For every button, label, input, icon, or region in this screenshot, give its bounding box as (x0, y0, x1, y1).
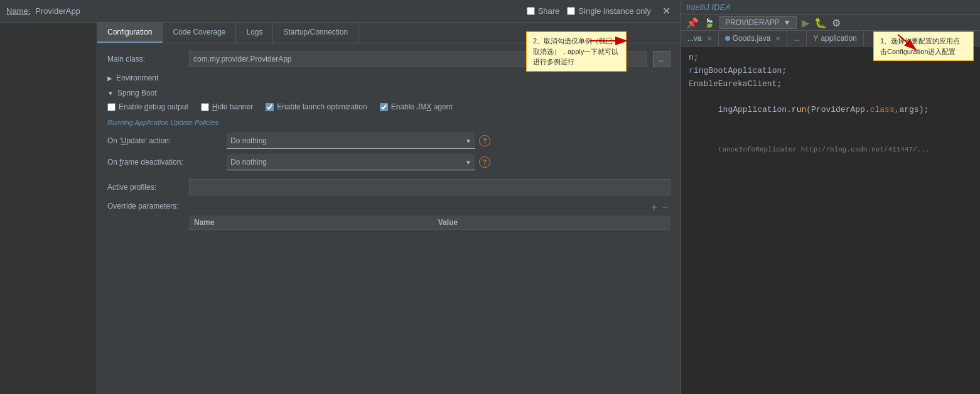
form-area: Main class: ... ▶ Environment ▼ Spring B… (97, 43, 681, 394)
enable-launch-optimization-item: Enable launch optimization (266, 102, 367, 111)
on-frame-label: On frame deactivation: (107, 158, 220, 167)
share-checkbox-row: Share (527, 6, 560, 16)
main-class-label: Main class: (107, 55, 183, 63)
share-checkbox[interactable] (527, 7, 535, 15)
editor-tab-0[interactable]: ...va ✕ (681, 31, 719, 46)
dialog-body: Configuration Code Coverage Logs Startup… (0, 23, 681, 394)
editor-tab-label-1: Goods.java (733, 34, 771, 43)
table-header-name: Name (189, 216, 433, 230)
main-class-row: Main class: ... (107, 51, 670, 67)
main-class-input[interactable] (189, 51, 647, 67)
on-update-select[interactable]: Do nothing Update classes and resources … (227, 133, 475, 149)
settings-icon[interactable]: ⚙ (832, 17, 841, 29)
code-line-8: ingApplication.run(ProviderApp.class,arg… (689, 90, 972, 129)
dialog-name-row: Name: ProviderApp (6, 6, 80, 16)
table-actions: + − (189, 202, 670, 213)
active-profiles-label: Active profiles: (107, 183, 183, 192)
code-line-1: n; (689, 52, 972, 65)
editor-tab-3[interactable]: Y application (807, 31, 863, 46)
hide-banner-label: Hide banner (212, 102, 253, 111)
dialog-sidebar (0, 23, 97, 394)
override-table: Name Value (189, 216, 670, 230)
dialog-title-right: Share Single instance only ✕ (527, 5, 674, 18)
tabs-bar: Configuration Code Coverage Logs Startup… (97, 23, 681, 43)
on-frame-help-icon[interactable]: ? (479, 156, 490, 168)
enable-debug-output-label: Enable debug output (119, 102, 188, 111)
on-frame-select[interactable]: Do nothing Update classes and resources … (227, 154, 475, 170)
on-update-label: On 'Update' action: (107, 136, 220, 145)
code-line-3: EnableEurekaClient; (689, 78, 972, 91)
editor-tab-2[interactable]: ... (787, 31, 807, 46)
close-button[interactable]: ✕ (659, 5, 674, 18)
editor-tabs: ...va ✕ Goods.java ✕ ... Y application (681, 31, 980, 47)
dialog-content: Configuration Code Coverage Logs Startup… (97, 23, 681, 394)
enable-jmx-agent-checkbox[interactable] (380, 103, 388, 111)
on-update-row: On 'Update' action: Do nothing Update cl… (107, 133, 670, 149)
spring-boot-label: Spring Boot (117, 89, 157, 97)
remove-param-button[interactable]: − (660, 202, 670, 213)
editor-tab-1[interactable]: Goods.java ✕ (719, 31, 788, 46)
tab-logs[interactable]: Logs (236, 23, 273, 43)
single-instance-row: Single instance only (567, 6, 651, 16)
on-frame-select-wrapper: Do nothing Update classes and resources … (227, 154, 475, 170)
code-line-12: tanceInfoReplicator http://blog.csdn.net… (689, 130, 972, 169)
editor-tab-close-0[interactable]: ✕ (707, 35, 712, 42)
yaml-icon: Y (813, 34, 818, 43)
spring-boot-arrow: ▼ (107, 90, 114, 97)
on-update-select-wrapper: Do nothing Update classes and resources … (227, 133, 475, 149)
active-profiles-input[interactable] (189, 179, 670, 195)
on-frame-select-container: Do nothing Update classes and resources … (227, 154, 490, 170)
code-area: n; ringBootApplication; EnableEurekaClie… (681, 47, 980, 394)
environment-arrow: ▶ (107, 75, 112, 82)
tab-configuration[interactable]: Configuration (97, 23, 163, 43)
hide-banner-checkbox[interactable] (201, 103, 209, 111)
editor-brand: IntelliJ IDEA (686, 3, 731, 12)
environment-label: Environment (116, 74, 158, 82)
enable-debug-output-checkbox[interactable] (107, 103, 116, 111)
run-config-name: PROVIDERAPP (725, 18, 780, 27)
enable-launch-optimization-label: Enable launch optimization (277, 102, 367, 111)
name-value: ProviderApp (35, 6, 80, 16)
override-params-label: Override parameters: (107, 202, 183, 211)
override-parameters-section: Override parameters: + − Name Valu (107, 202, 670, 230)
editor-tab-label-2: ... (794, 34, 800, 43)
enable-jmx-agent-label: Enable JMX agent (391, 102, 453, 111)
dialog-titlebar: Name: ProviderApp Share Single instance … (0, 0, 681, 23)
debug-button[interactable]: 🐛 (814, 17, 827, 29)
run-button[interactable]: ▶ (802, 17, 809, 29)
share-label: Share (538, 6, 560, 16)
run-toolbar: 📌 🍃 PROVIDERAPP ▼ ▶ 🐛 ⚙ (681, 15, 980, 31)
add-param-button[interactable]: + (649, 202, 659, 213)
enable-jmx-agent-item: Enable JMX agent (380, 102, 453, 111)
editor-tab-close-1[interactable]: ✕ (775, 35, 780, 42)
enable-launch-optimization-checkbox[interactable] (266, 103, 274, 111)
pin-icon: 📌 (686, 17, 699, 29)
single-instance-checkbox[interactable] (567, 7, 575, 15)
policies-section: Running Application Update Policies On '… (107, 119, 670, 170)
policies-title: Running Application Update Policies (107, 119, 670, 126)
run-config-selector[interactable]: PROVIDERAPP ▼ (719, 16, 797, 29)
editor-header: IntelliJ IDEA (681, 0, 980, 15)
editor-panel: IntelliJ IDEA 📌 🍃 PROVIDERAPP ▼ ▶ 🐛 ⚙ ..… (681, 0, 980, 394)
dropdown-arrow: ▼ (783, 18, 791, 27)
on-frame-row: On frame deactivation: Do nothing Update… (107, 154, 670, 170)
tab-code-coverage[interactable]: Code Coverage (163, 23, 236, 43)
enable-debug-output-item: Enable debug output (107, 102, 188, 111)
on-update-select-container: Do nothing Update classes and resources … (227, 133, 490, 149)
browse-button[interactable]: ... (653, 51, 670, 67)
override-params-container: + − Name Value (189, 202, 670, 230)
single-instance-label: Single instance only (578, 6, 651, 16)
spring-boot-checkboxes: Enable debug output Hide banner Enable l… (107, 102, 670, 111)
active-profiles-row: Active profiles: (107, 179, 670, 195)
run-configuration-dialog: Name: ProviderApp Share Single instance … (0, 0, 681, 394)
hide-banner-item: Hide banner (201, 102, 253, 111)
on-update-help-icon[interactable]: ? (479, 135, 490, 146)
tab-startup-connection[interactable]: Startup/Connection (273, 23, 358, 43)
spring-boot-section-header[interactable]: ▼ Spring Boot (107, 89, 670, 97)
editor-tab-label-0: ...va (687, 34, 702, 43)
override-params-row: Override parameters: + − Name Valu (107, 202, 670, 230)
spring-icon: 🍃 (704, 18, 714, 28)
goods-tab-dot (725, 36, 730, 41)
editor-tab-label-3: application (821, 34, 856, 43)
environment-section-header[interactable]: ▶ Environment (107, 74, 670, 82)
